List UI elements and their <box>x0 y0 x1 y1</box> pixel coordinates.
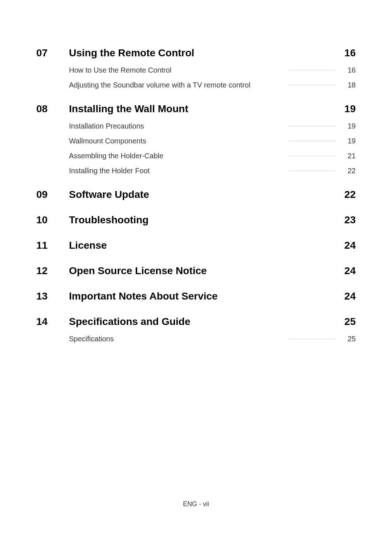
section-number: 07 <box>36 47 69 59</box>
leader-line <box>289 70 336 70</box>
toc-sub-item[interactable]: Adjusting the Soundbar volume with a TV … <box>69 81 356 89</box>
section-title: Installing the Wall Mount <box>69 103 334 115</box>
toc-section-13: 13 Important Notes About Service 24 <box>36 290 356 302</box>
section-header[interactable]: 14 Specifications and Guide 25 <box>36 316 356 328</box>
sub-item-title: Wallmount Components <box>69 137 146 145</box>
leader-line <box>289 156 336 156</box>
toc-section-09: 09 Software Update 22 <box>36 189 356 200</box>
section-page: 25 <box>334 316 356 328</box>
toc-section-08: 08 Installing the Wall Mount 19 Installa… <box>36 103 356 175</box>
sub-item-page: 19 <box>341 122 356 130</box>
toc-section-11: 11 License 24 <box>36 240 356 251</box>
toc-section-07: 07 Using the Remote Control 16 How to Us… <box>36 47 356 89</box>
toc-section-14: 14 Specifications and Guide 25 Specifica… <box>36 316 356 343</box>
section-title: Using the Remote Control <box>69 47 334 59</box>
section-header[interactable]: 09 Software Update 22 <box>36 189 356 200</box>
toc-content: 07 Using the Remote Control 16 How to Us… <box>0 0 392 343</box>
sub-item-page: 21 <box>341 152 356 160</box>
sub-items: Specifications 25 <box>36 335 356 343</box>
section-number: 11 <box>36 240 69 251</box>
section-title: Open Source License Notice <box>69 265 334 277</box>
section-header[interactable]: 07 Using the Remote Control 16 <box>36 47 356 59</box>
sub-item-title: Installing the Holder Foot <box>69 167 150 175</box>
section-header[interactable]: 11 License 24 <box>36 240 356 251</box>
leader-line <box>289 85 336 85</box>
section-page: 16 <box>334 47 356 59</box>
leader-line <box>289 126 336 126</box>
toc-sub-item[interactable]: Assembling the Holder-Cable 21 <box>69 152 356 160</box>
section-number: 08 <box>36 103 69 115</box>
section-header[interactable]: 08 Installing the Wall Mount 19 <box>36 103 356 115</box>
toc-section-12: 12 Open Source License Notice 24 <box>36 265 356 277</box>
sub-item-page: 22 <box>341 167 356 175</box>
section-page: 23 <box>334 214 356 226</box>
sub-item-page: 19 <box>341 137 356 145</box>
section-number: 12 <box>36 265 69 277</box>
toc-sub-item[interactable]: Wallmount Components 19 <box>69 137 356 145</box>
section-page: 24 <box>334 290 356 302</box>
sub-items: Installation Precautions 19 Wallmount Co… <box>36 122 356 175</box>
section-page: 19 <box>334 103 356 115</box>
sub-item-title: Adjusting the Soundbar volume with a TV … <box>69 81 250 89</box>
toc-sub-item[interactable]: Installation Precautions 19 <box>69 122 356 130</box>
toc-sub-item[interactable]: How to Use the Remote Control 16 <box>69 66 356 74</box>
section-title: Software Update <box>69 189 334 200</box>
section-number: 09 <box>36 189 69 200</box>
section-title: Troubleshooting <box>69 214 334 226</box>
section-title: Specifications and Guide <box>69 316 334 328</box>
leader-line <box>289 171 336 171</box>
sub-item-page: 18 <box>341 81 356 89</box>
section-title: License <box>69 240 334 251</box>
section-header[interactable]: 13 Important Notes About Service 24 <box>36 290 356 302</box>
section-number: 14 <box>36 316 69 328</box>
section-page: 22 <box>334 189 356 200</box>
section-header[interactable]: 10 Troubleshooting 23 <box>36 214 356 226</box>
section-header[interactable]: 12 Open Source License Notice 24 <box>36 265 356 277</box>
sub-item-title: How to Use the Remote Control <box>69 66 171 74</box>
toc-sub-item[interactable]: Specifications 25 <box>69 335 356 343</box>
section-number: 10 <box>36 214 69 226</box>
section-page: 24 <box>334 265 356 277</box>
sub-item-page: 16 <box>341 66 356 74</box>
sub-item-title: Assembling the Holder-Cable <box>69 152 163 160</box>
sub-item-title: Specifications <box>69 335 114 343</box>
toc-section-10: 10 Troubleshooting 23 <box>36 214 356 226</box>
section-number: 13 <box>36 290 69 302</box>
leader-line <box>289 339 336 339</box>
section-page: 24 <box>334 240 356 251</box>
sub-item-title: Installation Precautions <box>69 122 144 130</box>
toc-sub-item[interactable]: Installing the Holder Foot 22 <box>69 167 356 175</box>
section-title: Important Notes About Service <box>69 290 334 302</box>
sub-items: How to Use the Remote Control 16 Adjusti… <box>36 66 356 89</box>
page-footer: ENG - vii <box>0 500 392 508</box>
leader-line <box>289 141 336 141</box>
sub-item-page: 25 <box>341 335 356 343</box>
